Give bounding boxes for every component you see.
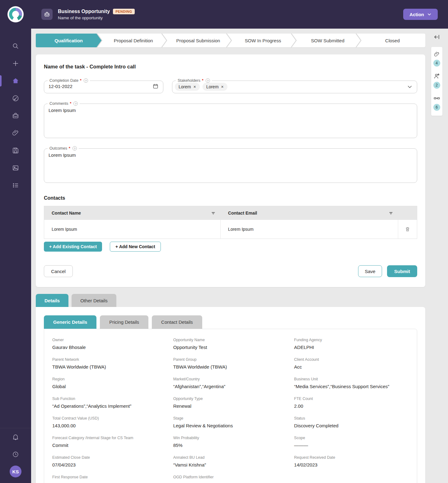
detail-field-label: FTE Count: [294, 397, 409, 401]
stepper-step-proposal-submission[interactable]: Proposal Submission: [162, 34, 231, 47]
detail-field-label: Estimated Close Date: [52, 455, 167, 460]
chevron-down-icon[interactable]: [407, 84, 413, 90]
detail-field-label: Funding Agency: [294, 338, 409, 342]
detail-field-label: Parent Network: [52, 357, 167, 362]
tab-details[interactable]: Details: [36, 294, 68, 307]
contact-email-cell: Lorem Ipsum: [228, 227, 254, 232]
detail-field: FTE Count 2.00: [294, 397, 409, 409]
sidebar-item-opportunities[interactable]: [0, 107, 31, 124]
detail-field-label: OGD Platform Identifier: [173, 475, 288, 479]
sidebar-item-home[interactable]: [0, 72, 31, 90]
comments-field[interactable]: Comments * ? Lorem Ipsum: [44, 101, 417, 138]
image-icon: [12, 164, 19, 172]
stakeholder-chip[interactable]: Lorem ×: [203, 83, 227, 91]
detail-field: Market/Country “Afghanistan”,“Argentina”: [173, 377, 288, 389]
sidebar-item-save[interactable]: [0, 142, 31, 159]
detail-field: Funding Agency ADELPHI: [294, 338, 409, 350]
collapse-panel-icon[interactable]: [434, 34, 440, 40]
stakeholders-field[interactable]: Stakeholders * ? Lorem × Lorem ×: [172, 78, 417, 93]
details-grid: Owner Gaurav Bhosale Opportunity Name Op…: [52, 338, 409, 483]
links-rail-item[interactable]: 6: [433, 95, 440, 111]
notifications-button[interactable]: [0, 428, 31, 446]
detail-field-value: Acc: [294, 364, 409, 370]
completion-date-field[interactable]: Completion Date * ? 12-01-2022: [44, 78, 163, 93]
detail-field-label: Win Probability: [173, 436, 288, 440]
detail-field: Parent Group TBWA Worldwide (TBWA): [173, 357, 288, 370]
save-button[interactable]: Save: [358, 265, 382, 277]
save-icon: [12, 147, 19, 154]
detail-field-value: Legal Review & Negotiations: [173, 423, 288, 429]
chip-close-icon[interactable]: ×: [221, 84, 224, 89]
sidebar-item-dashboard[interactable]: [0, 90, 31, 107]
detail-field-value: Global: [52, 384, 167, 389]
sidebar-item-search[interactable]: [0, 37, 31, 55]
gauge-icon: [12, 95, 19, 102]
tab-pricing-details[interactable]: Pricing Details: [100, 315, 148, 329]
detail-field: Region Global: [52, 377, 167, 389]
detail-field: OGD Platform Identifier: [173, 475, 288, 483]
detail-field: Status Discovery Completed: [294, 416, 409, 429]
detail-field: Parent Network TBWA Worldwide (TBWA): [52, 357, 167, 370]
help-icon[interactable]: ?: [206, 78, 210, 83]
submit-button[interactable]: Submit: [387, 265, 417, 277]
tab-generic-details[interactable]: Generic Details: [44, 315, 96, 329]
tab-contact-details[interactable]: Contact Details: [152, 315, 202, 329]
required-marker: *: [70, 101, 71, 106]
avatar[interactable]: KS: [10, 466, 21, 477]
calendar-icon[interactable]: [152, 83, 159, 89]
outcomes-field[interactable]: Outcomes * ? Lorem Ipsum: [44, 146, 417, 183]
plus-icon: [12, 60, 19, 67]
stakeholder-chip[interactable]: Lorem ×: [175, 83, 200, 91]
stepper-step-sow-in-progress[interactable]: SOW In Progress: [227, 34, 296, 47]
tab-other-details[interactable]: Other Details: [72, 294, 116, 307]
status-badge: PENDING: [113, 9, 135, 14]
history-button[interactable]: [0, 446, 31, 463]
sidebar-item-attachments[interactable]: [0, 124, 31, 142]
add-existing-contact-button[interactable]: + Add Existing Contact: [44, 242, 102, 252]
detail-field: Annalect BU Lead “Vamsi Krishna”: [173, 455, 288, 468]
detail-field-label: Scope: [294, 436, 409, 440]
add-new-contact-button[interactable]: + Add New Contact: [110, 242, 161, 252]
stepper-step-qualification[interactable]: Qualification: [36, 34, 101, 47]
completion-date-value[interactable]: 12-01-2022: [49, 84, 72, 89]
outcomes-value[interactable]: Lorem Ipsum: [44, 151, 417, 160]
detail-field-value: TBWA Worldwide (TBWA): [173, 364, 288, 370]
detail-field-value: “Ad Operations”,“Analytics Implement”: [52, 403, 167, 409]
page-title: Business Opportunity: [58, 9, 110, 14]
detail-field-label: Client Account: [294, 357, 409, 362]
link-icon: [433, 95, 440, 102]
comments-value[interactable]: Lorem Ipsum: [44, 106, 417, 115]
list-icon: [12, 182, 19, 189]
help-icon[interactable]: ?: [72, 146, 77, 151]
sidebar-item-media[interactable]: [0, 159, 31, 177]
trash-icon[interactable]: [405, 226, 410, 232]
sidebar-nav: KS: [0, 29, 31, 483]
app-logo-icon[interactable]: [7, 6, 24, 22]
detail-field: Total Contract Value (USD) 143,000.00: [52, 416, 167, 429]
detail-field-value: 07/04/2023: [52, 462, 167, 468]
stepper-step-sow-submitted[interactable]: SOW Submitted: [292, 34, 361, 47]
help-icon[interactable]: ?: [73, 101, 78, 106]
filter-icon[interactable]: [389, 211, 393, 216]
detail-field-value: Gaurav Bhosale: [52, 345, 167, 350]
chevron-down-icon: [427, 12, 432, 16]
action-button[interactable]: Action: [403, 9, 438, 20]
stepper-step-proposal-definition[interactable]: Proposal Definition: [97, 34, 166, 47]
bell-icon: [12, 433, 19, 441]
chip-close-icon[interactable]: ×: [194, 84, 196, 89]
details-inner-tab-bar: Generic Details Pricing Details Contact …: [44, 315, 417, 329]
sidebar-item-add[interactable]: [0, 55, 31, 72]
filter-icon[interactable]: [211, 211, 216, 216]
stepper-step-closed[interactable]: Closed: [357, 34, 425, 47]
contacts-heading: Contacts: [44, 195, 417, 201]
attachments-rail-item[interactable]: 4: [433, 51, 440, 67]
table-row[interactable]: Lorem Ipsum Lorem Ipsum: [44, 220, 417, 239]
sidebar-item-list[interactable]: [0, 177, 31, 194]
help-icon[interactable]: ?: [84, 78, 88, 83]
required-marker: *: [80, 78, 82, 83]
cancel-button[interactable]: Cancel: [44, 265, 73, 277]
detail-field: First Response Date: [52, 475, 167, 483]
detail-field: Owner Gaurav Bhosale: [52, 338, 167, 350]
detail-field: Opportunity Name Opportunity Test: [173, 338, 288, 350]
stakeholders-rail-item[interactable]: 2: [433, 73, 440, 89]
